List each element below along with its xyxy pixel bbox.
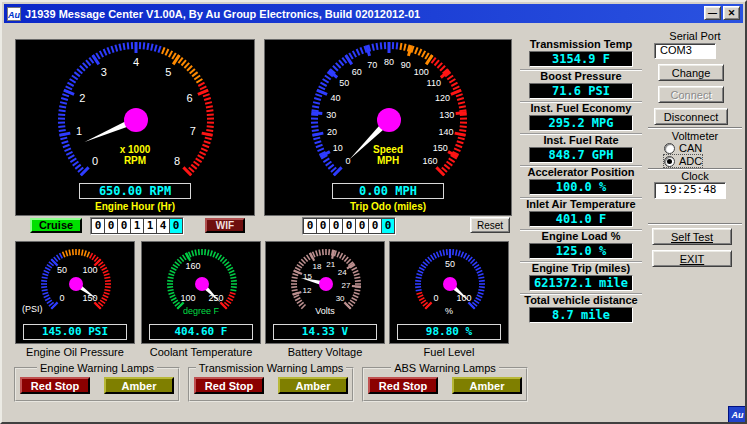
svg-text:1: 1 — [76, 125, 82, 137]
speed-gauge: 0102030405060708090100110120130140150160 — [265, 40, 513, 190]
readout-engine-trip: Engine Trip (miles) 621372.1 mile — [520, 262, 642, 294]
minimize-icon[interactable]: — — [704, 6, 721, 20]
readout-transmission-temp: Transmission Temp 3154.9 F — [520, 38, 642, 70]
serial-port-field[interactable]: COM3 — [654, 43, 716, 59]
radio-selected-icon — [664, 156, 675, 167]
voltmeter-label: Voltmeter — [644, 130, 746, 142]
transmission-warning-lamps-label: Transmission Warning Lamps — [196, 362, 347, 374]
readout-engine-load: Engine Load % 125.0 % — [520, 230, 642, 262]
speed-digital-display: 0.00 MPH — [332, 183, 444, 199]
svg-text:160: 160 — [185, 261, 200, 271]
odometer-digit: 0 — [304, 219, 316, 233]
oil-unit-label: (PSI) — [16, 304, 134, 314]
coolant-unit-label: degree F — [142, 306, 260, 316]
svg-text:100: 100 — [180, 293, 195, 303]
svg-text:0: 0 — [433, 293, 438, 303]
svg-text:50: 50 — [57, 265, 67, 275]
rpm-gauge-panel: 012345678 x 1000 RPM 650.00 RPM Engine H… — [15, 39, 255, 216]
svg-text:7: 7 — [190, 125, 196, 137]
readout-inst-fuel-economy: Inst. Fuel Economy 295.2 MPG — [520, 102, 642, 134]
abs-red-stop-lamp: Red Stop — [368, 377, 438, 394]
svg-text:120: 120 — [435, 93, 450, 103]
oil-pressure-caption: Engine Oil Pressure — [15, 346, 135, 358]
engine-red-stop-lamp: Red Stop — [20, 377, 90, 394]
odometer-digit: 4 — [157, 219, 169, 233]
title-bar: Au J1939 Message Center V1.00A, By Au Gr… — [4, 4, 743, 23]
svg-text:100: 100 — [414, 67, 429, 77]
svg-text:12: 12 — [303, 286, 312, 295]
clock-display: 19:25:48 — [654, 182, 726, 199]
abs-warning-lamps-label: ABS Warning Lamps — [391, 362, 499, 374]
transmission-warning-lamps-group: Transmission Warning Lamps Red Stop Ambe… — [188, 362, 354, 402]
serial-port-label: Serial Port — [644, 30, 746, 42]
oil-digital-display: 145.00 PSI — [23, 324, 127, 340]
trip-reset-button[interactable]: Reset — [470, 217, 510, 233]
readouts-column: Transmission Temp 3154.9 F Boost Pressur… — [520, 38, 642, 325]
app-window: Au J1939 Message Center V1.00A, By Au Gr… — [0, 0, 747, 424]
odometer-digit: 0 — [330, 219, 342, 233]
readout-total-vehicle-distance: Total vehicle distance 8.7 mile — [520, 294, 642, 325]
svg-text:6: 6 — [187, 92, 193, 104]
engine-warning-lamps-group: Engine Warning Lamps Red Stop Amber — [14, 362, 180, 402]
engine-hour-odometer: 0 0 0 1 1 4 0 — [90, 217, 184, 235]
engine-amber-lamp: Amber — [104, 377, 174, 394]
disconnect-button[interactable]: Disconnect — [654, 108, 728, 125]
abs-warning-lamps-group: ABS Warning Lamps Red Stop Amber — [362, 362, 528, 402]
rpm-gauge: 012345678 — [16, 40, 256, 190]
close-icon[interactable]: ✕ — [723, 6, 740, 20]
odometer-digit: 1 — [131, 219, 143, 233]
abs-amber-lamp: Amber — [452, 377, 522, 394]
svg-text:40: 40 — [330, 93, 340, 103]
svg-text:90: 90 — [401, 60, 411, 70]
voltmeter-can-radio[interactable]: CAN — [664, 142, 702, 154]
rpm-unit-label: x 1000 RPM — [16, 144, 254, 166]
svg-text:80: 80 — [384, 57, 394, 67]
speed-gauge-panel: 0102030405060708090100110120130140150160… — [264, 39, 512, 216]
svg-text:20: 20 — [327, 127, 337, 137]
svg-text:60: 60 — [352, 67, 362, 77]
radio-icon — [664, 143, 675, 154]
fuel-digital-display: 98.80 % — [397, 324, 501, 340]
svg-text:18: 18 — [312, 262, 321, 271]
readout-boost-pressure: Boost Pressure 71.6 PSI — [520, 70, 642, 102]
readout-inlet-air-temperature: Inlet Air Temperature 401.0 F — [520, 198, 642, 230]
svg-text:130: 130 — [439, 110, 454, 120]
odometer-digit: 0 — [343, 219, 355, 233]
svg-text:110: 110 — [427, 78, 441, 88]
coolant-temp-gauge-panel: 100160250 degree F 404.60 F — [141, 241, 261, 344]
self-test-button[interactable]: Self Test — [652, 228, 732, 245]
odometer-digit-tenths: 0 — [382, 219, 394, 233]
svg-text:140: 140 — [438, 127, 453, 137]
change-button[interactable]: Change — [658, 64, 724, 81]
svg-text:24: 24 — [338, 268, 347, 277]
oil-pressure-gauge-panel: 050100150 (PSI) 145.00 PSI — [15, 241, 135, 344]
coolant-temp-caption: Coolant Temperature — [141, 346, 261, 358]
engine-warning-lamps-label: Engine Warning Lamps — [37, 362, 157, 374]
voltmeter-adc-radio[interactable]: ADC — [664, 155, 702, 167]
exit-button[interactable]: EXIT — [652, 250, 732, 267]
odometer-digit: 0 — [356, 219, 368, 233]
speed-unit-label: Speed MPH — [265, 144, 511, 166]
app-icon: Au — [7, 7, 21, 21]
connect-button: Connect — [658, 86, 724, 103]
battery-voltage-caption: Battery Voltage — [265, 346, 385, 358]
svg-text:30: 30 — [336, 294, 345, 303]
window-controls: — ✕ — [704, 6, 740, 20]
cruise-indicator: Cruise — [30, 218, 82, 233]
engine-hour-label: Engine Hour (Hr) — [16, 201, 254, 212]
trip-odo-label: Trip Odo (miles) — [265, 201, 511, 212]
fuel-level-caption: Fuel Level — [389, 346, 509, 358]
coolant-digital-display: 404.60 F — [149, 324, 253, 340]
wif-indicator: WIF — [205, 218, 245, 233]
svg-text:30: 30 — [326, 110, 336, 120]
svg-text:50: 50 — [339, 78, 349, 88]
battery-digital-display: 14.33 V — [273, 324, 377, 340]
odometer-digit: 0 — [118, 219, 130, 233]
odometer-digit-tenths: 0 — [170, 219, 182, 233]
svg-text:70: 70 — [367, 60, 377, 70]
svg-text:2: 2 — [79, 92, 85, 104]
svg-text:27: 27 — [341, 281, 350, 290]
rpm-digital-display: 650.00 RPM — [79, 183, 191, 199]
side-panel: Serial Port COM3 Change Connect Disconne… — [644, 30, 746, 300]
battery-unit-label: Volts — [266, 306, 384, 316]
